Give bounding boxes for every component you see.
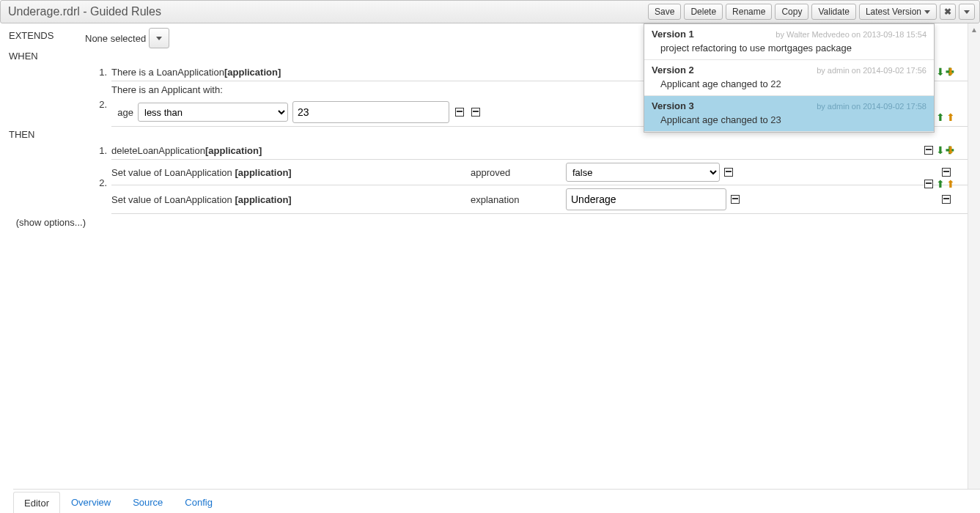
move-down-icon[interactable]: ⬇	[936, 67, 945, 77]
action-value-input[interactable]	[566, 188, 726, 210]
action-verb: delete	[111, 145, 137, 156]
latest-version-label: Latest Version	[866, 7, 921, 17]
close-button[interactable]: ✖	[940, 4, 956, 20]
tab-config[interactable]: Config	[174, 491, 224, 513]
version-desc: Applicant age changed to 22	[652, 75, 926, 89]
action-binding: [application]	[205, 145, 262, 156]
move-up-alt-icon[interactable]: ⬆	[946, 179, 955, 189]
save-button[interactable]: Save	[648, 4, 681, 20]
caret-down-icon	[924, 10, 930, 14]
move-down-alt-icon[interactable]: ⬇	[946, 67, 955, 77]
connector-icon[interactable]	[731, 195, 740, 204]
tab-editor[interactable]: Editor	[13, 492, 60, 513]
editor-title: Underage.rdrl - Guided Rules	[4, 5, 646, 18]
row-number: 1.	[85, 64, 111, 78]
version-meta: by admin on 2014-09-02 17:58	[817, 102, 926, 111]
more-button[interactable]	[959, 4, 975, 20]
version-title: Version 2	[652, 64, 694, 75]
then-action[interactable]: Set value of LoanApplication [applicatio…	[111, 167, 471, 178]
latest-version-button[interactable]: Latest Version	[859, 4, 937, 20]
row-number: 2.	[85, 160, 111, 188]
tab-source[interactable]: Source	[122, 491, 174, 513]
move-up-icon[interactable]: ⬆	[936, 112, 945, 122]
version-meta: by admin on 2014-09-02 17:56	[817, 66, 926, 75]
caret-down-icon	[156, 37, 162, 40]
connector-icon[interactable]	[942, 195, 951, 204]
show-options-link[interactable]: (show options...)	[9, 214, 86, 231]
scroll-up-icon[interactable]: ▲	[968, 23, 980, 35]
action-binding: [application]	[235, 167, 291, 178]
version-desc: Applicant age changed to 23	[652, 111, 926, 125]
action-type: LoanApplication	[137, 145, 205, 156]
constraint-value-input[interactable]	[292, 101, 449, 123]
connector-icon[interactable]	[724, 168, 733, 177]
action-text: Set value of LoanApplication	[111, 167, 235, 178]
action-value-select[interactable]: false	[566, 163, 720, 182]
move-down-alt-icon[interactable]: ⬇	[946, 145, 955, 155]
action-field[interactable]: approved	[471, 167, 566, 178]
constraint-operator-select[interactable]: less than	[138, 103, 288, 122]
version-item[interactable]: Version 2 by admin on 2014-09-02 17:56 A…	[644, 60, 934, 96]
connector-icon[interactable]	[942, 168, 951, 177]
caret-down-icon	[964, 10, 970, 14]
extends-value: None selected	[85, 33, 146, 44]
connector-icon[interactable]	[455, 108, 464, 117]
vertical-scrollbar[interactable]: ▲	[968, 23, 980, 490]
close-icon: ✖	[944, 7, 951, 17]
version-title: Version 3	[652, 100, 694, 111]
version-item-selected[interactable]: Version 3 by admin on 2014-09-02 17:58 A…	[644, 96, 934, 132]
version-meta: by Walter Medvedeo on 2013-09-18 15:54	[775, 30, 926, 39]
pattern-intro-text: There is an Applicant with:	[111, 84, 223, 95]
action-text: Set value of LoanApplication	[111, 194, 235, 205]
pattern-binding: [application]	[224, 67, 281, 78]
version-item[interactable]: Version 1 by Walter Medvedeo on 2013-09-…	[644, 24, 934, 60]
then-action[interactable]: delete LoanApplication [application]	[111, 142, 973, 160]
copy-button[interactable]: Copy	[775, 4, 808, 20]
pattern-text: There is a LoanApplication	[111, 67, 224, 78]
version-desc: project refactoring to use mortgages pac…	[652, 40, 926, 53]
constraint-field[interactable]: age	[111, 107, 133, 118]
move-up-icon[interactable]: ⬆	[936, 179, 945, 189]
then-label: THEN	[9, 127, 85, 142]
then-action[interactable]: Set value of LoanApplication [applicatio…	[111, 194, 471, 205]
action-binding: [application]	[235, 194, 291, 205]
delete-button[interactable]: Delete	[684, 4, 723, 20]
tab-overview[interactable]: Overview	[60, 491, 122, 513]
editor-tabs: Editor Overview Source Config	[13, 489, 980, 513]
validate-button[interactable]: Validate	[811, 4, 855, 20]
row-number: 2.	[85, 81, 111, 110]
action-field[interactable]: explanation	[471, 194, 566, 205]
extends-dropdown-button[interactable]	[149, 28, 169, 48]
row-number: 1.	[85, 142, 111, 156]
connector-icon[interactable]	[924, 146, 933, 155]
version-history-popup: Version 1 by Walter Medvedeo on 2013-09-…	[644, 23, 935, 133]
extends-label: EXTENDS	[9, 28, 85, 43]
version-title: Version 1	[652, 29, 694, 40]
rename-button[interactable]: Rename	[726, 4, 772, 20]
move-down-icon[interactable]: ⬇	[936, 145, 945, 155]
connector-icon[interactable]	[924, 180, 933, 188]
editor-toolbar: Underage.rdrl - Guided Rules Save Delete…	[0, 0, 980, 23]
when-label: WHEN	[9, 48, 85, 64]
move-up-alt-icon[interactable]: ⬆	[946, 112, 955, 122]
connector-icon[interactable]	[471, 108, 480, 117]
